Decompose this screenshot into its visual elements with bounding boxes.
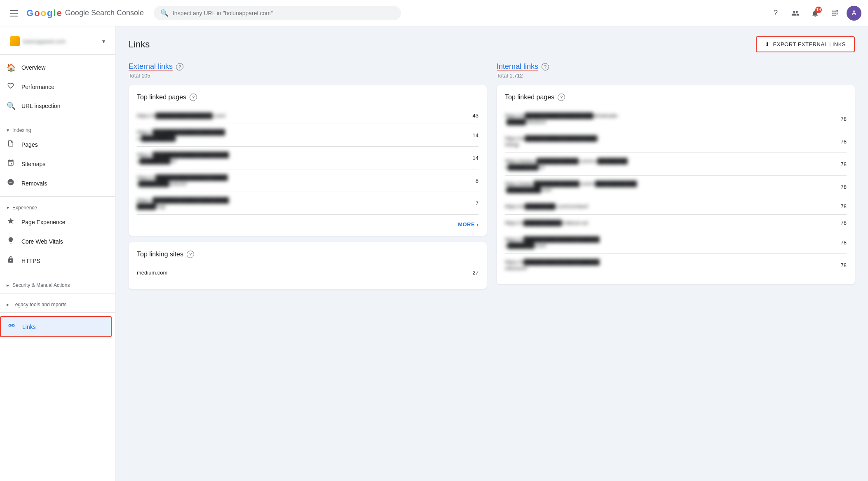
sidebar-item-removals[interactable]: Removals [0,174,110,193]
link-count: 78 [841,184,847,190]
chevron-right-icon: › [476,221,479,228]
main-content: Links ⬇ EXPORT EXTERNAL LINKS External l… [115,26,868,481]
sidebar-item-pages[interactable]: Pages [0,135,110,154]
chevron-down-icon: ▾ [102,38,105,45]
property-icon [10,36,20,46]
search-bar[interactable]: 🔍 [154,6,401,20]
link-url: https://w████████l.com/contact/ [505,203,834,209]
search-icon: 🔍 [7,101,15,110]
legacy-section-header[interactable]: ▸ Legacy tools and reports [0,297,115,309]
links-grid: External links ? Total 105 Top linked pa… [129,62,855,296]
page-header: Links ⬇ EXPORT EXTERNAL LINKS [129,36,855,52]
table-row: medium.com 27 [137,265,479,281]
link-count: 78 [841,203,847,209]
sidebar-item-label: URL inspection [21,103,60,109]
sidebar-item-page-experience[interactable]: Page Experience [0,212,110,232]
notification-badge: 19 [815,7,822,13]
property-name: bolunapparel.com [23,38,99,45]
link-url: https://w██████████████████wholesale--██… [505,113,834,125]
table-row: https://w██████████████████wholesale--██… [505,108,847,130]
link-count: 27 [473,270,479,276]
link-count: 14 [473,155,479,161]
link-url: https://v██████████n/about-us/ [505,220,834,226]
internal-links-help-icon[interactable]: ? [542,63,549,70]
https-icon [7,256,15,265]
link-count: 14 [473,132,479,138]
external-links-title[interactable]: External links [129,62,173,71]
card-title-row: Top linking sites ? [137,251,479,258]
export-external-links-button[interactable]: ⬇ EXPORT EXTERNAL LINKS [756,36,855,52]
help-icon[interactable]: ? [767,5,784,21]
pages-icon [7,140,15,149]
avatar[interactable]: A [847,6,861,21]
performance-icon [7,82,15,92]
chevron-icon: ▸ [7,302,9,307]
card-title-row: Top linked pages ? [505,94,847,101]
link-count: 43 [473,113,479,119]
sidebar-item-url-inspection[interactable]: 🔍 URL inspection [0,96,110,115]
table-row: https://v███████████████.com/ 43 [137,108,479,124]
core-web-vitals-icon [7,237,15,246]
top-linked-pages-help-icon[interactable]: ? [190,94,197,101]
external-links-total: Total 105 [129,73,487,79]
sidebar-item-label: Core Web Vitals [21,238,63,245]
section-label: Security & Manual Actions [12,282,70,288]
link-count: 78 [841,116,847,122]
internal-links-title[interactable]: Internal links [497,62,538,71]
link-url: medium.com [137,270,466,276]
link-count: 7 [476,200,479,206]
section-label: Indexing [12,127,31,133]
sidebar-item-label: Removals [21,180,47,187]
top-linking-sites-help-icon[interactable]: ? [187,251,194,258]
external-links-help-icon[interactable]: ? [176,63,183,70]
chevron-icon: ▾ [7,127,9,133]
sidebar-item-sitemaps[interactable]: Sitemaps [0,154,110,174]
link-url: https://v███████████████████r████████act… [137,174,469,187]
menu-icon[interactable] [7,7,21,20]
sidebar-item-https[interactable]: HTTPS [0,251,110,270]
internal-top-linked-pages-help-icon[interactable]: ? [558,94,565,101]
manage-users-icon[interactable] [787,5,804,21]
page-title: Links [129,39,150,50]
more-button[interactable]: MORE › [458,221,479,228]
experience-section-header[interactable]: ▾ Experience [0,200,115,212]
link-url: https://v████████████████████ufacturer/ [505,259,834,271]
sidebar-item-label: Overview [21,64,45,71]
sidebar-item-performance[interactable]: Performance [0,77,110,96]
sidebar-item-overview[interactable]: 🏠 Overview [0,58,110,77]
table-row: https://███████████████████m█████████/ 1… [137,124,479,147]
link-url: https://████████████████████a████████er/ [137,152,466,164]
table-row: https://w████████l.com/contact/ 78 [505,198,847,215]
table-row: https://www.████████████.com/c██████████… [505,176,847,198]
property-selector[interactable]: bolunapparel.com ▾ [3,31,112,51]
link-url: https://v███████████████.com/ [137,113,466,119]
links-icon [7,322,16,331]
sidebar-item-core-web-vitals[interactable]: Core Web Vitals [0,232,110,251]
link-url: https://v████████████████████s███████tur… [505,236,834,249]
apps-icon[interactable] [827,5,843,21]
search-input[interactable] [173,10,394,16]
card-title: Top linked pages [505,94,554,101]
sidebar-item-label: Page Experience [21,219,66,225]
notification-icon[interactable]: 19 [807,5,823,21]
card-title: Top linking sites [137,251,183,258]
chevron-icon: ▾ [7,205,9,211]
table-row: https://v████████████████████ufacturer/ … [505,254,847,276]
table-row: https://v███████████████████r████████act… [137,169,479,192]
app-layout: bolunapparel.com ▾ 🏠 Overview Performanc… [0,26,868,481]
link-url: https://█████████████████████████ling/ [137,197,469,209]
security-section-header[interactable]: ▸ Security & Manual Actions [0,277,115,290]
table-row: https://████████████████████a████████er/… [137,147,479,169]
section-label: Experience [12,205,37,211]
page-experience-icon [7,217,15,227]
sidebar: bolunapparel.com ▾ 🏠 Overview Performanc… [0,26,115,481]
card-title: Top linked pages [137,94,186,101]
sidebar-item-links[interactable]: Links [0,316,112,337]
link-count: 78 [841,262,847,268]
sidebar-item-label: Pages [21,141,38,148]
link-url: https://w███████████████████rinting/ [505,135,834,148]
google-logo: Google Google Search Console [26,8,144,19]
indexing-section-header[interactable]: ▾ Indexing [0,122,115,135]
sidebar-item-label: Performance [21,84,54,90]
external-top-linked-pages-card: Top linked pages ? https://v████████████… [129,85,487,236]
